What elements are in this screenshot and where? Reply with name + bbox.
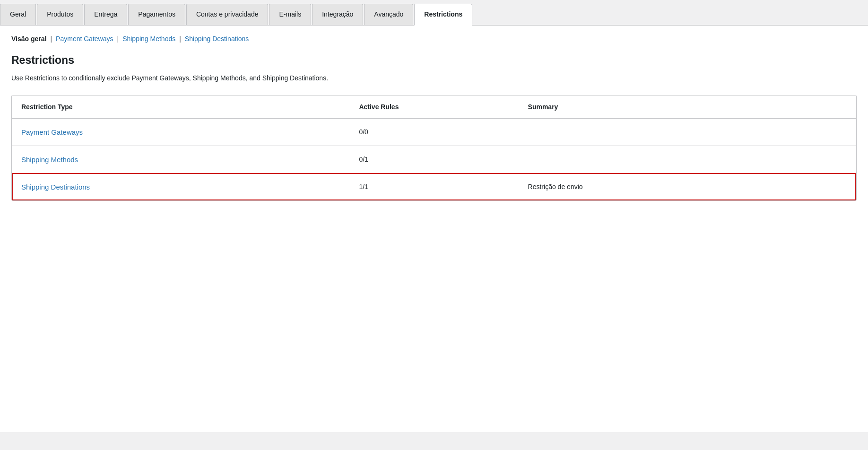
col-header-active-rules: Active Rules: [349, 95, 518, 119]
table-cell-type: Shipping Destinations: [12, 173, 349, 200]
breadcrumb-shipping-destinations[interactable]: Shipping Destinations: [185, 35, 249, 43]
tab-pagamentos[interactable]: Pagamentos: [128, 4, 185, 25]
table-cell-active-rules: 1/1: [349, 173, 518, 200]
tab-emails[interactable]: E-mails: [269, 4, 311, 25]
tab-entrega[interactable]: Entrega: [84, 4, 127, 25]
col-header-type: Restriction Type: [12, 95, 349, 119]
breadcrumb-shipping-methods[interactable]: Shipping Methods: [122, 35, 175, 43]
table-row: Payment Gateways0/0: [12, 118, 856, 146]
table-header-row: Restriction Type Active Rules Summary: [12, 95, 856, 119]
table-cell-summary: [519, 118, 856, 146]
breadcrumb-sep-3: |: [179, 35, 181, 43]
page-description: Use Restrictions to conditionally exclud…: [11, 74, 857, 82]
table-cell-summary: [519, 146, 856, 173]
table-link-shipping-destinations[interactable]: Shipping Destinations: [21, 183, 90, 191]
restrictions-table-container: Restriction Type Active Rules Summary Pa…: [11, 95, 857, 201]
table-cell-active-rules: 0/1: [349, 146, 518, 173]
table-cell-summary: Restrição de envio: [519, 173, 856, 200]
breadcrumb-current: Visão geral: [11, 35, 46, 43]
tab-produtos[interactable]: Produtos: [37, 4, 83, 25]
col-header-summary: Summary: [519, 95, 856, 119]
table-cell-active-rules: 0/0: [349, 118, 518, 146]
table-row: Shipping Destinations1/1Restrição de env…: [12, 173, 856, 200]
content-area: Visão geral | Payment Gateways | Shippin…: [0, 26, 868, 432]
breadcrumb-sep-1: |: [50, 35, 52, 43]
breadcrumb-sep-2: |: [117, 35, 119, 43]
table-link-payment-gateways[interactable]: Payment Gateways: [21, 128, 83, 136]
tab-restrictions[interactable]: Restrictions: [414, 4, 472, 26]
table-link-shipping-methods[interactable]: Shipping Methods: [21, 156, 78, 164]
tab-geral[interactable]: Geral: [0, 4, 36, 25]
breadcrumb: Visão geral | Payment Gateways | Shippin…: [11, 35, 857, 43]
tab-contas-privacidade[interactable]: Contas e privacidade: [186, 4, 269, 25]
nav-tabs: Geral Produtos Entrega Pagamentos Contas…: [0, 0, 868, 26]
tab-avancado[interactable]: Avançado: [364, 4, 413, 25]
table-row: Shipping Methods0/1: [12, 146, 856, 173]
restrictions-table: Restriction Type Active Rules Summary Pa…: [12, 95, 856, 200]
table-cell-type: Shipping Methods: [12, 146, 349, 173]
page-title: Restrictions: [11, 54, 857, 67]
breadcrumb-payment-gateways[interactable]: Payment Gateways: [56, 35, 113, 43]
tab-integracao[interactable]: Integração: [312, 4, 363, 25]
table-cell-type: Payment Gateways: [12, 118, 349, 146]
